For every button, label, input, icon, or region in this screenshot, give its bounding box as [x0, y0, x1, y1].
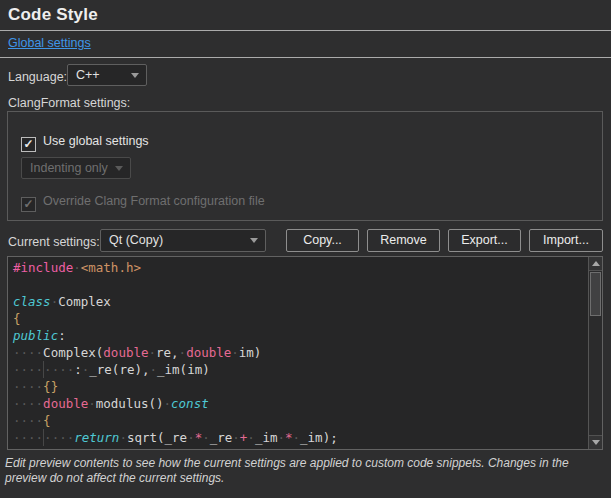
code-line: ····{}	[13, 378, 586, 395]
link-separator	[0, 57, 611, 58]
code-content: #include·<math.h> class·Complex{public:·…	[13, 259, 586, 446]
import-button[interactable]: Import...	[529, 229, 603, 252]
override-clang-format-label: Override Clang Format configuration file	[43, 194, 265, 208]
code-line: ········return·sqrt(_re·*·_re·+·_im·*·_i…	[13, 429, 586, 446]
copy-button[interactable]: Copy...	[286, 229, 359, 252]
code-line	[13, 276, 586, 293]
code-line: ····Complex(double·re,·double·im)	[13, 344, 586, 361]
use-global-settings-label: Use global settings	[43, 134, 149, 148]
current-settings-combobox[interactable]: Qt (Copy)	[100, 229, 266, 252]
language-combobox-value: C++	[76, 68, 100, 82]
scrollbar-thumb[interactable]	[590, 272, 601, 316]
code-line: {	[13, 310, 586, 327]
language-label: Language:	[8, 70, 67, 84]
use-global-settings-checkbox[interactable]: ✓Use global settings	[21, 131, 149, 152]
checkbox-checked-icon: ✓	[21, 137, 36, 152]
override-clang-format-checkbox[interactable]: ✓Override Clang Format configuration fil…	[21, 191, 265, 212]
clangformat-settings-label: ClangFormat settings:	[8, 96, 130, 110]
page-title: Code Style	[8, 5, 98, 25]
code-line: public:	[13, 327, 586, 344]
footer-note: Edit preview contents to see how the cur…	[5, 456, 607, 486]
triangle-down-icon	[592, 440, 600, 445]
global-settings-link[interactable]: Global settings	[8, 36, 91, 50]
language-combobox[interactable]: C++	[67, 64, 147, 86]
code-line: #include·<math.h>	[13, 259, 586, 276]
vertical-scrollbar[interactable]	[588, 257, 602, 449]
triangle-up-icon	[592, 261, 600, 266]
checkbox-checked-icon: ✓	[21, 197, 36, 212]
chevron-down-icon	[250, 238, 258, 243]
current-settings-value: Qt (Copy)	[109, 233, 163, 247]
current-settings-label: Current settings:	[8, 235, 100, 249]
scrollbar-down-button[interactable]	[589, 435, 602, 449]
remove-button[interactable]: Remove	[367, 229, 440, 252]
code-line: class·Complex	[13, 293, 586, 310]
export-button[interactable]: Export...	[448, 229, 521, 252]
code-line: ····{	[13, 412, 586, 429]
title-separator	[0, 30, 611, 31]
scrollbar-up-button[interactable]	[589, 257, 602, 271]
code-line: ········:·_re(re),·_im(im)	[13, 361, 586, 378]
chevron-down-icon	[115, 166, 123, 171]
formatting-mode-value: Indenting only	[30, 161, 108, 175]
code-preview-editor[interactable]: #include·<math.h> class·Complex{public:·…	[7, 256, 603, 450]
chevron-down-icon	[131, 73, 139, 78]
code-line: ····double·modulus()·const	[13, 395, 586, 412]
formatting-mode-combobox[interactable]: Indenting only	[21, 157, 131, 179]
